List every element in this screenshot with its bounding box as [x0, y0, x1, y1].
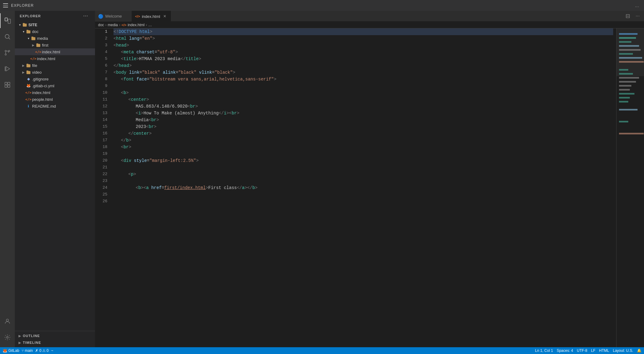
breadcrumb-sep-2: › [119, 23, 120, 27]
activity-bar-explorer[interactable] [0, 13, 15, 28]
sidebar-more-button[interactable]: ··· [81, 13, 90, 19]
activity-bar-source-control[interactable] [0, 45, 15, 60]
status-bar: 🦊 GitLab ⑂ main ✗ 0 ⚠ 0 ~ Ln 1, Col 1 Sp… [0, 347, 644, 354]
layout-label: Layout: U.S. [613, 348, 633, 353]
timeline-arrow: ▶ [17, 340, 22, 345]
svg-point-5 [8, 50, 10, 52]
breadcrumb-doc[interactable]: doc [98, 23, 104, 27]
status-layout[interactable]: Layout: U.S. [613, 348, 633, 353]
html-icon-people: </> [26, 97, 31, 102]
tree-item-media[interactable]: ▾ media [15, 35, 95, 42]
status-branch-item[interactable]: ⑂ main [22, 348, 33, 353]
tab-index-html[interactable]: </> index.html × [132, 11, 171, 22]
svg-rect-15 [617, 28, 644, 347]
minimap [616, 28, 644, 347]
svg-point-2 [5, 35, 9, 39]
breadcrumb: doc › media › </> index.html › … [95, 22, 644, 28]
tree-item-doc[interactable]: ▾ doc [15, 28, 95, 35]
tree-item-gitlab-ci[interactable]: 🦊 .gitlab-ci.yml [15, 82, 95, 89]
code-line-12: MAS.863/4.140/6.9020<br> [114, 103, 613, 110]
status-language[interactable]: HTML [599, 348, 609, 353]
breadcrumb-media[interactable]: media [108, 23, 118, 27]
breadcrumb-more[interactable]: … [148, 23, 152, 27]
svg-rect-28 [619, 81, 636, 83]
code-line-10: <b> [114, 89, 613, 96]
tree-item-video[interactable]: ▶ video [15, 69, 95, 76]
line-num-15: 15 [95, 123, 107, 130]
outline-panel-header[interactable]: ▶ OUTLINE [15, 332, 95, 339]
tab-close-button[interactable]: × [162, 14, 167, 19]
svg-line-3 [9, 38, 10, 39]
arrow-video: ▶ [21, 70, 26, 75]
line-num-16: 16 [95, 130, 107, 137]
tree-item-people-html[interactable]: </> people.html [15, 96, 95, 103]
code-line-8: <font face="bitstream vera sans,arial,he… [114, 76, 613, 83]
tabs-bar: 🔵 Welcome </> index.html × ⊟ ··· [95, 11, 644, 22]
activity-bar-search[interactable] [0, 29, 15, 44]
html-icon-index-doc: </> [31, 56, 36, 61]
line-num-8: 8 [95, 76, 107, 83]
svg-rect-11 [5, 85, 7, 87]
code-editor[interactable]: <!DOCTYPE html> <html lang="en"> <head> … [110, 28, 616, 347]
activity-bar-account[interactable] [0, 314, 15, 329]
tree-item-index-html-doc[interactable]: </> index.html [15, 55, 95, 62]
activity-bar-extensions[interactable] [0, 77, 15, 92]
tree-item-first[interactable]: ▶ first [15, 42, 95, 48]
tree-item-site[interactable]: ▾ SITE [15, 21, 95, 28]
svg-rect-17 [619, 33, 638, 35]
timeline-panel-header[interactable]: ▶ TIMELINE [15, 339, 95, 346]
status-encoding[interactable]: UTF-8 [577, 348, 587, 353]
outline-arrow: ▶ [17, 333, 22, 338]
status-line-ending[interactable]: LF [591, 348, 595, 353]
line-num-26: 26 [95, 198, 107, 205]
title-bar-more-button[interactable]: ... [633, 3, 641, 8]
errors-icon: ✗ [35, 348, 38, 353]
editor-content: 1 2 3 4 5 6 7 8 9 10 11 12 13 14 15 16 1… [95, 28, 644, 347]
line-num-24: 24 [95, 184, 107, 191]
hamburger-menu-icon[interactable] [3, 3, 8, 8]
title-bar: EXPLORER ... [0, 0, 644, 11]
tab-more-button[interactable]: ··· [634, 13, 642, 19]
html-icon-index-media: </> [36, 49, 41, 54]
account-icon [4, 318, 11, 325]
tree-item-gitignore[interactable]: ◆ .gitignore [15, 76, 95, 82]
svg-rect-35 [619, 121, 628, 122]
tree-item-index-html-root[interactable]: </> index.html [15, 89, 95, 96]
settings-icon [4, 334, 11, 341]
line-num-6: 6 [95, 62, 107, 69]
status-spaces[interactable]: Spaces: 4 [557, 348, 573, 353]
tab-layout-button[interactable]: ⊟ [624, 13, 632, 19]
status-line-col[interactable]: Ln 1, Col 1 [535, 348, 553, 353]
svg-rect-27 [619, 77, 639, 79]
line-num-12: 12 [95, 103, 107, 110]
svg-point-4 [5, 50, 6, 52]
breadcrumb-file[interactable]: index.html [128, 23, 145, 27]
index-tab-icon: </> [135, 14, 140, 18]
status-notification[interactable]: 🔔 [637, 348, 642, 353]
tab-welcome[interactable]: 🔵 Welcome [95, 11, 132, 22]
run-debug-icon [4, 65, 11, 72]
tree-item-index-html-media[interactable]: </> index.html [15, 48, 95, 55]
activity-bar-run[interactable] [0, 61, 15, 76]
tree-label-first: first [42, 43, 95, 47]
branch-icon: ⑂ [22, 348, 24, 353]
tree-item-readme[interactable]: ℹ README.md [15, 103, 95, 109]
extensions-icon [4, 81, 11, 88]
activity-bar-settings[interactable] [0, 330, 15, 345]
status-errors-item[interactable]: ✗ 0 ⚠ 0 [35, 348, 48, 353]
svg-rect-10 [8, 82, 10, 84]
svg-rect-30 [619, 89, 630, 90]
svg-rect-9 [5, 82, 7, 84]
code-line-9 [114, 83, 613, 89]
readme-icon: ℹ [26, 104, 31, 109]
app-name-label: EXPLORER [11, 3, 34, 8]
code-line-18: <br> [114, 144, 613, 150]
svg-rect-23 [619, 57, 642, 59]
tree-item-file[interactable]: ▶ file [15, 62, 95, 69]
main-layout: EXPLORER ··· ▾ SITE ▾ doc ▾ [0, 11, 644, 347]
code-line-21 [114, 164, 613, 171]
code-line-4: <meta charset="utf-8"> [114, 49, 613, 56]
code-line-16: </center> [114, 130, 613, 137]
status-gitlab-item[interactable]: 🦊 GitLab [2, 348, 19, 353]
status-extra-item[interactable]: ~ [51, 348, 53, 353]
